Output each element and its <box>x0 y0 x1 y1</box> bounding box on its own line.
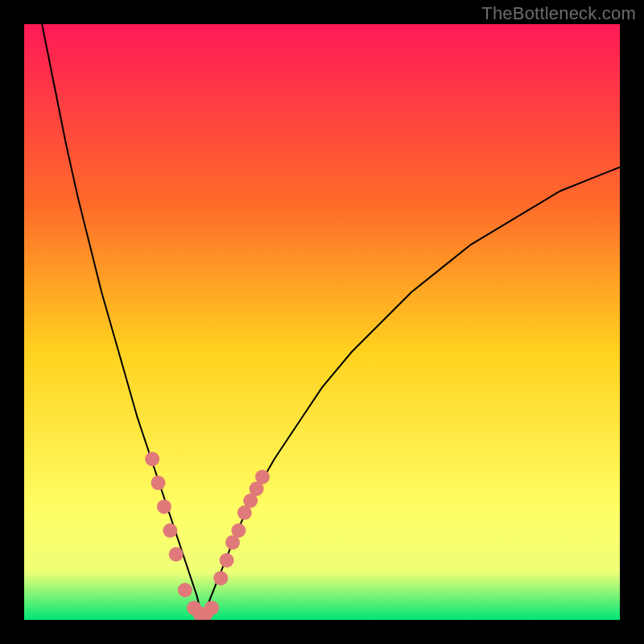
sample-dot <box>169 547 184 562</box>
sample-dot <box>151 476 166 490</box>
sample-dot <box>163 523 177 538</box>
sample-dot <box>204 601 219 615</box>
chart-frame: { "watermark": "TheBottleneck.com", "col… <box>0 0 644 644</box>
plot-area <box>24 24 620 620</box>
sample-dot <box>178 583 192 597</box>
sample-dot <box>213 571 228 585</box>
sample-dot <box>231 523 246 538</box>
watermark-text: TheBottleneck.com <box>481 3 636 24</box>
sample-dot <box>255 469 270 484</box>
bottleneck-curve-svg <box>24 24 620 620</box>
sample-dot <box>220 553 234 568</box>
gradient-background <box>24 24 620 620</box>
sample-dot <box>157 499 171 514</box>
sample-dot <box>145 452 159 466</box>
